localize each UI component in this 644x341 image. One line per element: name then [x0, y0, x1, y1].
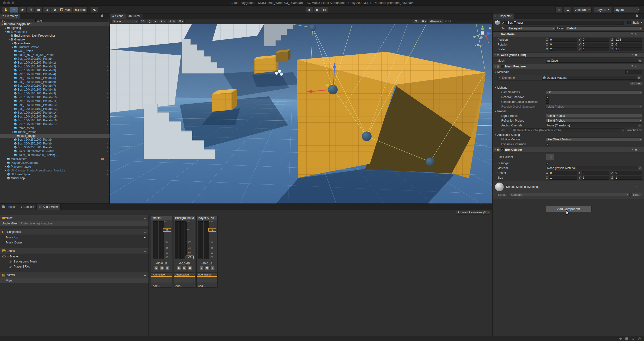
add-effect-button[interactable]: Add... [174, 282, 195, 287]
custom-tools[interactable]: ⚒ [51, 7, 59, 13]
prefab-chevron-icon[interactable]: › [106, 150, 108, 153]
hierarchy-item[interactable]: Box_100x100x100_Prefab (17)› [0, 122, 110, 126]
hierarchy-item[interactable]: Stairs_650_400_300_Prefab› [0, 53, 110, 57]
scale-x-field[interactable]: 2.5 [549, 48, 577, 51]
element0-object-field[interactable]: Default-Material⊙ [542, 76, 641, 80]
solo-button[interactable]: S [154, 266, 158, 270]
help-icon[interactable]: ? [631, 33, 633, 36]
tab-game[interactable]: Game [126, 14, 144, 19]
hierarchy-item[interactable]: Box_100x100x100_Prefab (2)› [0, 65, 110, 68]
position-z-field[interactable]: 1.25 [614, 38, 642, 42]
tag-dropdown[interactable]: Untagged▾ [508, 27, 556, 30]
prefab-chevron-icon[interactable]: › [106, 130, 108, 134]
hierarchy-item[interactable]: Box_100x100x100_Prefab (15)› [0, 115, 110, 119]
lighting-foldout[interactable]: ▾Lighting [493, 86, 644, 90]
object-picker-icon[interactable]: ⊙ [638, 166, 642, 170]
dynamic-occlusion-checkbox[interactable] [546, 143, 549, 146]
hierarchy-item[interactable]: Box_100x100x100_Prefab (7)› [0, 84, 110, 88]
size-z-field[interactable]: 1 [614, 176, 642, 180]
mesh-filter-header[interactable]: ▾ ▦ Cube (Mesh Filter) ?⇆⋮ [493, 52, 644, 58]
foldout-icon[interactable]: ▸ [4, 27, 7, 29]
solo-button[interactable]: S [177, 266, 181, 270]
foldout-icon[interactable]: ▾ [494, 65, 496, 68]
receive-gi-dropdown[interactable]: Light Probes▾ [546, 105, 642, 109]
panel-menu-icon[interactable]: ⋮ [105, 14, 108, 18]
center-y-field[interactable]: 0 [582, 171, 610, 175]
prefab-chevron-icon[interactable]: › [106, 169, 108, 172]
foldout-icon[interactable]: ▸ [4, 169, 7, 172]
scene-tools-button[interactable]: ⚒ [413, 19, 419, 23]
hierarchy-item[interactable]: Box_100x100x100_Prefab (11)› [0, 99, 110, 103]
account-dropdown[interactable]: Account▾ [573, 7, 592, 13]
bypass-button[interactable]: B [188, 266, 192, 270]
foldout-icon[interactable]: ▾ [4, 31, 7, 33]
tab-console[interactable]: ≡Console [18, 204, 36, 210]
mute-button[interactable]: M [160, 266, 164, 270]
position-x-field[interactable]: 0 [549, 38, 577, 42]
attenuation-slot[interactable]: Attenuation [151, 272, 172, 282]
scale-z-field[interactable]: 2.5 [614, 48, 642, 51]
cloud-button[interactable]: ☁ [564, 7, 571, 13]
rect-tool[interactable]: ▭ [35, 7, 42, 13]
prefab-chevron-icon[interactable]: › [106, 126, 108, 130]
panel-menu-icon[interactable]: ⋮ [640, 14, 642, 18]
foldout-icon[interactable]: ▾ [494, 149, 496, 151]
foldout-icon[interactable]: ▾ [8, 255, 9, 258]
hierarchy-item[interactable]: ▾Tunnel_Prefab› [0, 130, 110, 134]
lock-icon[interactable] [636, 16, 638, 17]
hierarchy-item[interactable]: PlayerFollowCamera› [0, 161, 110, 165]
shader-dropdown[interactable]: Standard▾ [509, 193, 630, 197]
edit-collider-button[interactable] [546, 154, 554, 160]
hierarchy-item[interactable]: Ramp_Mesh› [0, 126, 110, 130]
eye-icon[interactable] [9, 261, 12, 262]
rotation-y-field[interactable]: 0 [582, 43, 610, 47]
hierarchy-item[interactable]: Stairs_200x100x200_Prefab(1)› [0, 153, 110, 157]
eye-icon[interactable] [9, 266, 12, 267]
drag-handle-icon[interactable]: = [2, 236, 4, 239]
prefab-chevron-icon[interactable]: › [106, 61, 108, 64]
hidden-objects-button[interactable]: 0 [167, 19, 176, 23]
center-x-field[interactable]: 0 [549, 171, 577, 175]
light-probes-dropdown[interactable]: Blend Probes▾ [546, 114, 642, 118]
reflection-probes-dropdown[interactable]: Blend Probes▾ [546, 119, 642, 123]
prefab-chevron-icon[interactable]: › [106, 92, 108, 95]
hierarchy-item[interactable]: Box_100x100x100_Prefab (3)› [0, 68, 110, 72]
prefab-chevron-icon[interactable]: › [106, 123, 108, 126]
play-button[interactable]: ▶ [306, 7, 313, 13]
mesh-renderer-header[interactable]: ▾ ▦ Mesh Renderer ?⇆⋮ [493, 64, 644, 69]
transform-tool[interactable]: ⊕ [43, 7, 51, 13]
prefab-chevron-icon[interactable]: › [106, 96, 108, 99]
hierarchy-item[interactable]: ▾Environment› [0, 30, 110, 34]
hierarchy-item[interactable]: ▸PlayerArmature› [0, 165, 110, 169]
mixer-row[interactable]: ▾Master [0, 254, 148, 259]
hierarchy-item[interactable]: Stairs_200x100x200_Prefab› [0, 149, 110, 153]
scene-camera-dropdown[interactable]: ▾ [420, 19, 428, 23]
layer-dropdown[interactable]: Default▾ [566, 27, 642, 30]
prefab-chevron-icon[interactable]: › [106, 76, 108, 80]
motion-vectors-dropdown[interactable]: Per Object Motion▾ [546, 138, 642, 141]
mixer-row[interactable]: =Music Up★ [0, 235, 148, 240]
hierarchy-item[interactable]: UI_EventSystem› [0, 172, 110, 176]
prefab-chevron-icon[interactable]: › [106, 84, 108, 87]
attenuation-slot[interactable]: Attenuation [196, 272, 217, 282]
mute-button[interactable]: M [182, 266, 186, 270]
layout-dropdown[interactable]: Layout▾ [614, 7, 640, 13]
mixer-row[interactable]: =View [0, 278, 148, 283]
prefab-chevron-icon[interactable]: › [106, 57, 108, 61]
2d-toggle-button[interactable]: 2D [139, 19, 146, 23]
foldout-icon[interactable]: ▾ [494, 33, 496, 35]
prefab-chevron-icon[interactable]: › [106, 30, 108, 34]
foldout-icon[interactable]: ▾ [494, 54, 496, 56]
mesh-renderer-enabled-checkbox[interactable] [501, 65, 504, 68]
hierarchy-item[interactable]: Box_350x250x200_Prefab› [0, 138, 110, 142]
unity-search-button[interactable] [556, 7, 562, 13]
prefab-chevron-icon[interactable]: › [106, 142, 108, 145]
mixer-channel-strip[interactable]: Background M200-20-40-60-80-80-80.0 dBSM… [174, 216, 195, 287]
prefab-chevron-icon[interactable]: › [106, 49, 108, 53]
hierarchy-item[interactable]: Box_350x250x200_Prefab› [0, 142, 110, 145]
prefab-chevron-icon[interactable]: › [106, 69, 108, 72]
scale-y-field[interactable]: 6 [582, 48, 610, 51]
anchor-override-field[interactable]: None (Transform)⊙ [546, 124, 642, 127]
pause-button[interactable]: ▮▮ [314, 7, 321, 13]
contribute-gi-checkbox[interactable] [546, 100, 549, 104]
